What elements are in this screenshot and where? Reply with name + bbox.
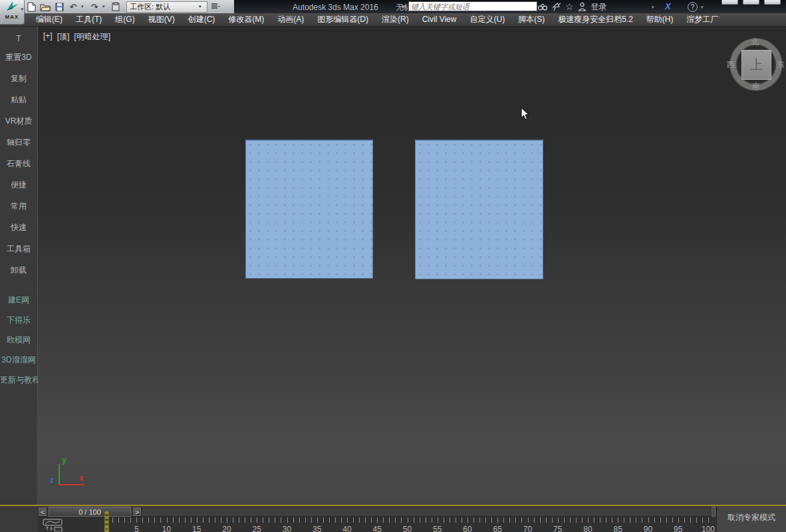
project-folder-icon[interactable] [110,1,122,13]
open-file-icon[interactable] [39,1,51,13]
signin-user-icon[interactable] [578,0,587,13]
ruler-tick [233,517,233,523]
redo-dropdown-caret[interactable]: ▾ [102,4,108,9]
ruler-tick [654,517,655,523]
menu-item[interactable]: 图形编辑器(D) [311,13,375,26]
redo-icon[interactable]: ↷ [88,1,100,13]
viewcube-east-label[interactable]: 东 [777,59,785,70]
menu-item[interactable]: Civil View [416,13,463,26]
menu-item[interactable]: 工具(T) [69,13,108,26]
search-input[interactable] [408,1,537,11]
viewport-shading-label[interactable]: [明暗处理] [74,31,110,43]
menu-item[interactable]: 脚本(S) [511,13,551,26]
ruler-tick [696,517,697,523]
ruler-tick [359,517,360,523]
sidebar-item[interactable]: 轴归零 [0,132,37,153]
workspace-dropdown[interactable]: 工作区: 默认 ▾ [126,1,207,13]
sidebar-item[interactable]: 便捷 [0,174,37,196]
close-button[interactable] [764,0,781,5]
box-object-2[interactable] [415,139,543,279]
ruler-tick [275,517,275,523]
sidebar-item[interactable]: 工具箱 [0,238,37,259]
ruler-tick [269,517,269,523]
sidebar-item[interactable]: VR材质 [0,110,37,132]
viewcube-top-face[interactable]: 上 [741,50,771,80]
sidebar-item[interactable]: 石膏线 [0,153,37,174]
viewcube-south-label[interactable]: 南 [752,80,760,92]
menu-item[interactable]: 帮助(H) [640,13,680,26]
menu-item[interactable]: 动画(A) [271,13,311,26]
new-scene-icon[interactable] [25,1,37,13]
time-slider-handle[interactable]: 0 / 100 [49,507,131,517]
viewport-menu-plus[interactable]: [+] [43,31,53,43]
signin-caret-icon[interactable]: ▾ [652,5,654,10]
previous-frame-button[interactable]: < [38,507,47,517]
signin-label[interactable]: 登录 [591,1,607,13]
viewcube-west-label[interactable]: 西 [727,59,735,70]
sidebar-item[interactable]: 常用 [0,196,37,217]
workspace-label: 工作区: 默认 [130,2,170,12]
ruler-tick [606,517,606,523]
menu-item[interactable]: 渲梦工厂 [680,13,725,26]
menu-item[interactable]: 修改器(M) [221,13,271,26]
ruler-number: 5 [134,525,139,532]
ruler-tick [521,517,522,523]
viewport[interactable]: [+] [顶] [明暗处理] 上 北 西 东 南 y x z [38,27,786,505]
next-frame-button[interactable]: > [132,507,142,517]
maximize-button[interactable] [743,0,759,5]
exchange-apps-icon[interactable]: X [665,1,671,11]
sidebar-top-label[interactable]: T [16,31,21,47]
box-object-1[interactable] [245,139,373,279]
viewcube-north-label[interactable]: 北 [751,37,759,48]
menu-item[interactable]: 视图(V) [142,13,182,26]
favorites-star-icon[interactable]: ☆ [565,0,574,13]
minimize-button[interactable] [721,0,738,5]
undo-dropdown-caret[interactable]: ▾ [81,4,86,9]
track-bar[interactable]: 5101520253035404550556065707580859095100… [38,517,716,532]
save-icon[interactable] [53,1,65,13]
menu-item[interactable]: 自定义(U) [463,13,511,26]
sidebar-item[interactable]: 粘贴 [0,89,37,110]
ruler-tick [395,517,396,523]
menu-item[interactable]: 极速瘦身安全归档5.2 [551,13,640,26]
sidebar-link[interactable]: 更新与教程 [0,370,37,390]
menu-item[interactable]: 创建(C) [182,13,222,26]
application-menu-button[interactable]: MAX ▾ [0,0,25,25]
help-icon[interactable]: ? [688,2,698,12]
cancel-expert-mode-button[interactable]: 取消专家模式 [727,512,775,532]
menu-item[interactable]: 编辑(E) [29,13,69,26]
ruler-number: 85 [614,525,622,532]
ruler-tick [648,517,649,523]
time-slider-track[interactable] [143,507,712,517]
communication-center-icon[interactable] [552,0,561,13]
search-icon[interactable] [537,0,548,13]
ruler-tick [239,517,239,523]
sidebar-link[interactable]: 建E网 [0,290,37,310]
ruler-tick [558,517,559,523]
sidebar-item[interactable]: 重置3D [0,47,37,68]
sidebar-item[interactable]: 复制 [0,68,37,89]
search-expander-icon[interactable]: ▶ [402,3,406,9]
viewport-view-label[interactable]: [顶] [57,31,70,43]
sidebar-link[interactable]: 欧模网 [0,330,37,350]
ruler-tick [444,517,444,523]
ruler-tick [185,517,186,523]
axis-z-label: z [50,475,54,485]
help-caret-icon[interactable]: ▾ [701,5,704,10]
menu-item[interactable]: 渲染(R) [375,13,416,26]
ruler-tick [426,517,426,523]
sidebar-item[interactable]: 卸载 [0,259,37,281]
ruler-tick [293,517,294,523]
ruler-tick [347,517,348,523]
qat-overflow-icon[interactable] [209,1,221,13]
ruler-tick [335,517,336,523]
ruler-number: 80 [583,525,592,532]
undo-icon[interactable]: ↶ [67,1,79,13]
ruler-tick [124,517,125,523]
mini-curve-editor-icon[interactable] [41,519,64,531]
sidebar-item[interactable]: 快速 [0,217,37,238]
sidebar-link[interactable]: 3D溜溜网 [0,350,37,370]
sidebar-link[interactable]: 下得乐 [0,310,37,330]
ruler-tick [461,517,462,523]
menu-item[interactable]: 组(G) [108,13,141,26]
